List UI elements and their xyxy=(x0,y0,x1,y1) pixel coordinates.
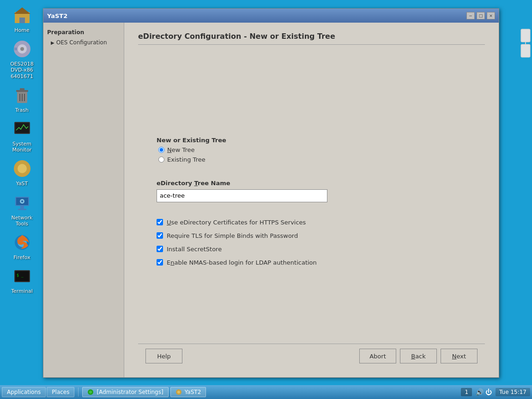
svg-rect-6 xyxy=(14,48,17,50)
checkbox-tls-bind-input[interactable] xyxy=(157,232,163,239)
svg-point-39 xyxy=(177,391,180,393)
svg-rect-9 xyxy=(20,88,24,91)
radio-new-tree-input[interactable] xyxy=(158,147,164,153)
taskbar-yast2[interactable]: YaST2 xyxy=(170,387,206,397)
desktop-icon-trash[interactable]: Trash xyxy=(2,82,42,115)
yast2-taskbar-icon xyxy=(175,389,182,395)
yast-icon xyxy=(11,157,33,180)
home-icon-label: Home xyxy=(14,27,29,33)
desktop-icon-terminal[interactable]: $ _ Terminal xyxy=(2,263,42,296)
places-button[interactable]: Places xyxy=(47,387,74,397)
yast-window: YaST2 − □ × Preparation ▶ OES Configurat… xyxy=(43,8,499,378)
tree-name-group: eDirectory Tree Name xyxy=(157,180,485,202)
close-button[interactable]: × xyxy=(487,12,495,19)
svg-rect-18 xyxy=(21,174,23,177)
checkbox-nmas-login-input[interactable] xyxy=(157,259,163,266)
svg-marker-1 xyxy=(14,7,30,14)
window-titlebar: YaST2 − □ × xyxy=(43,9,499,23)
oes-icon-label: OES2018 DVD-x86 6401671 xyxy=(10,61,34,79)
checkbox-secret-store-label: Install SecretStore xyxy=(167,246,222,253)
tree-section-label: New or Existing Tree xyxy=(157,137,485,144)
taskbar-admin-label: [Administrator Settings] xyxy=(97,389,163,395)
nettools-icon-label: Network Tools xyxy=(12,215,33,227)
form-area: New or Existing Tree New Tree Existing T… xyxy=(138,59,485,344)
desktop-icon-oes[interactable]: OES2018 DVD-x86 6401671 xyxy=(2,36,42,81)
terminal-icon-label: Terminal xyxy=(11,288,33,294)
sidebar-item-oes-config[interactable]: ▶ OES Configuration xyxy=(43,37,124,48)
radio-existing-tree-input[interactable] xyxy=(158,157,164,163)
taskbar-left: Applications Places xyxy=(2,387,74,397)
svg-rect-24 xyxy=(18,209,26,210)
trash-icon xyxy=(11,84,33,106)
firefox-icon xyxy=(11,231,33,254)
abort-button[interactable]: Abort xyxy=(359,349,396,363)
svg-text:$ _: $ _ xyxy=(17,273,24,278)
yast-icon-label: YaST xyxy=(16,181,28,187)
checkbox-secret-store[interactable]: Install SecretStore xyxy=(157,246,485,253)
checkbox-tls-bind[interactable]: Require TLS for Simple Binds with Passwo… xyxy=(157,232,485,239)
sysmon-icon-label: System Monitor xyxy=(12,141,32,153)
maximize-button[interactable]: □ xyxy=(477,12,485,19)
main-content: eDirectory Configuration - New or Existi… xyxy=(124,23,499,377)
applications-button[interactable]: Applications xyxy=(2,387,46,397)
checkbox-https-cert[interactable]: Use eDirectory Certificates for HTTPS Se… xyxy=(157,219,485,226)
firefox-icon-label: Firefox xyxy=(13,254,30,260)
sysmon-icon xyxy=(11,118,33,140)
tree-type-group: New or Existing Tree New Tree Existing T… xyxy=(157,137,485,163)
taskbar-admin-settings[interactable]: [Administrator Settings] xyxy=(82,387,168,397)
desktop-icon-sysmon[interactable]: System Monitor xyxy=(2,116,42,155)
desktop-icon-yast[interactable]: YaST xyxy=(2,156,42,188)
help-button[interactable]: Help xyxy=(145,349,182,363)
taskbar-right: 1 🔊 ⏻ Tue 15:17 xyxy=(461,388,530,396)
workspace-indicator[interactable]: 1 xyxy=(461,388,472,396)
tree-name-input[interactable] xyxy=(157,189,327,202)
desktop-icons: Home OES2018 DVD-x86 6401671 Trash xyxy=(0,0,44,297)
desktop-icon-home[interactable]: Home xyxy=(2,2,42,35)
svg-rect-34 xyxy=(521,44,530,57)
taskbar: Applications Places [Administrator Setti… xyxy=(0,385,532,399)
svg-point-16 xyxy=(18,164,27,173)
checkbox-nmas-login[interactable]: Enable NMAS-based login for LDAP authent… xyxy=(157,259,485,266)
checkbox-secret-store-input[interactable] xyxy=(157,246,163,252)
next-button[interactable]: Next xyxy=(441,349,478,363)
taskbar-separator xyxy=(78,387,79,397)
desktop-icon-firefox[interactable]: Firefox xyxy=(2,230,42,262)
checkbox-tls-bind-label: Require TLS for Simple Binds with Passwo… xyxy=(167,232,298,239)
svg-point-37 xyxy=(89,391,92,393)
svg-point-26 xyxy=(21,200,23,202)
oes-icon xyxy=(11,38,33,60)
radio-new-tree[interactable]: New Tree xyxy=(158,146,485,153)
sidebar-arrow-icon: ▶ xyxy=(51,40,54,45)
svg-rect-23 xyxy=(20,206,24,209)
page-title: eDirectory Configuration - New or Existi… xyxy=(138,32,485,45)
taskbar-sys-icons: 🔊 ⏻ xyxy=(476,388,492,396)
terminal-icon: $ _ xyxy=(11,265,33,287)
taskbar-yast2-label: YaST2 xyxy=(185,389,201,395)
volume-icon[interactable]: 🔊 xyxy=(476,388,484,396)
radio-existing-tree[interactable]: Existing Tree xyxy=(158,156,485,163)
minimize-button[interactable]: − xyxy=(466,12,475,19)
checkbox-https-cert-input[interactable] xyxy=(157,219,163,225)
radio-group: New Tree Existing Tree xyxy=(158,146,485,163)
checkbox-group: Use eDirectory Certificates for HTTPS Se… xyxy=(157,219,485,266)
button-bar: Help Abort Back Next xyxy=(138,344,485,368)
tree-name-label: eDirectory Tree Name xyxy=(157,180,485,187)
admin-settings-icon xyxy=(87,389,94,395)
checkbox-https-cert-label: Use eDirectory Certificates for HTTPS Se… xyxy=(167,219,306,226)
window-body: Preparation ▶ OES Configuration eDirecto… xyxy=(43,23,499,377)
home-icon xyxy=(11,4,33,26)
svg-rect-20 xyxy=(28,168,30,169)
power-icon[interactable]: ⏻ xyxy=(485,388,492,396)
sidebar-section-preparation: Preparation xyxy=(43,27,124,37)
svg-rect-17 xyxy=(21,160,23,163)
desktop-icon-nettools[interactable]: Network Tools xyxy=(2,190,42,229)
nettools-icon xyxy=(11,192,33,214)
right-buttons: Abort Back Next xyxy=(359,349,478,363)
svg-rect-2 xyxy=(19,18,25,23)
trash-icon-label: Trash xyxy=(15,107,29,113)
back-button[interactable]: Back xyxy=(400,349,437,363)
yast-logo-text xyxy=(520,27,531,59)
taskbar-clock: Tue 15:17 xyxy=(496,388,530,396)
window-controls: − □ × xyxy=(466,12,495,19)
svg-point-5 xyxy=(20,47,24,51)
